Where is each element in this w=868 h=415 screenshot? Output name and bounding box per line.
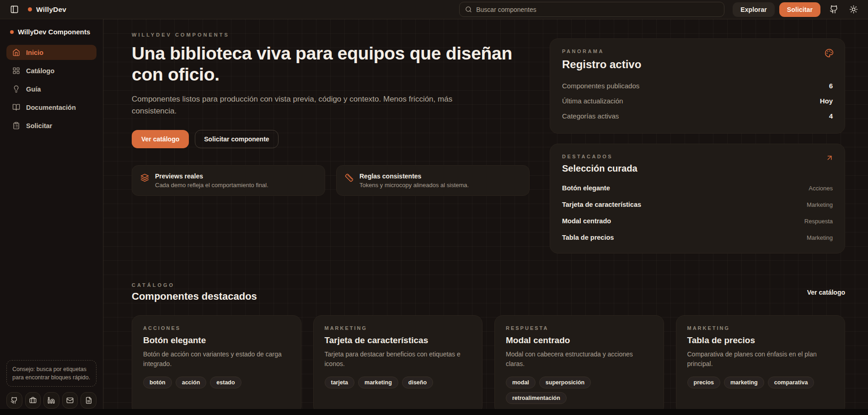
explore-button[interactable]: Explorar <box>733 2 775 17</box>
stat-label: Última actualización <box>562 97 623 105</box>
search-icon <box>465 6 472 13</box>
sidebar-item-guia[interactable]: Guía <box>6 81 96 97</box>
destacados-eyebrow: DESTACADOS <box>562 154 833 159</box>
stat-value: 4 <box>829 112 833 120</box>
hero: WILLYDEV COMPONENTS Una biblioteca viva … <box>132 32 530 253</box>
item-name: Botón elegante <box>562 184 610 192</box>
item-category: Marketing <box>807 234 833 241</box>
resume-button[interactable] <box>80 392 96 409</box>
github-icon <box>830 5 838 14</box>
tag-badge: comparativa <box>768 377 814 388</box>
file-text-icon <box>85 397 92 404</box>
stat-value: 6 <box>829 82 833 90</box>
tag-badge: modal <box>506 377 536 388</box>
hero-subtitle: Componentes listos para producción con v… <box>132 93 486 118</box>
home-icon <box>12 49 20 56</box>
destacados-link-button[interactable] <box>825 154 834 162</box>
catalog-title: Componentes destacados <box>132 291 257 302</box>
item-category: Respuesta <box>804 218 833 225</box>
stat-row: Componentes publicados 6 <box>562 78 833 93</box>
grid-icon <box>12 67 20 75</box>
item-category: Acciones <box>809 185 833 192</box>
list-item[interactable]: Modal centrado Respuesta <box>562 213 833 229</box>
destacados-title: Selección curada <box>562 163 833 174</box>
theme-toggle-button[interactable] <box>847 3 860 16</box>
tag-badge: acción <box>176 377 207 388</box>
item-category: Marketing <box>807 201 833 208</box>
mail-button[interactable] <box>62 392 78 409</box>
stat-row: Categorías activas 4 <box>562 108 833 124</box>
bottom-edge-strip <box>0 409 868 415</box>
item-name: Modal centrado <box>562 217 611 225</box>
component-card-modal-centrado[interactable]: RESPUESTA Modal centrado Modal con cabec… <box>494 315 664 415</box>
list-item[interactable]: Tarjeta de características Marketing <box>562 196 833 213</box>
sidebar-tip: Consejo: busca por etiquetas para encont… <box>6 360 96 387</box>
sidebar-item-label: Guía <box>26 86 41 93</box>
topbar-brand[interactable]: WillyDev <box>28 5 66 14</box>
card-title: Tarjeta de características <box>325 335 472 345</box>
panorama-eyebrow: PANORAMA <box>562 49 833 54</box>
catalog-link[interactable]: Ver catálogo <box>807 289 845 296</box>
component-card-tarjeta-caracteristicas[interactable]: MARKETING Tarjeta de características Tar… <box>313 315 483 415</box>
tag-badge: marketing <box>358 377 398 388</box>
request-button[interactable]: Solicitar <box>779 2 820 17</box>
sidebar-title: WillyDev Components <box>18 28 90 36</box>
item-name: Tabla de precios <box>562 234 614 241</box>
feature-card-reglas: Reglas consistentes Tokens y microcopy a… <box>336 165 530 196</box>
feature-title: Previews reales <box>155 172 268 180</box>
card-description: Tarjeta para destacar beneficios con eti… <box>325 350 472 369</box>
card-title: Botón elegante <box>143 335 290 345</box>
sidebar: WillyDev Components Inicio Catálogo Guía <box>0 19 103 415</box>
catalog-cards: ACCIONES Botón elegante Botón de acción … <box>132 315 845 415</box>
card-description: Modal con cabecera estructurada y accion… <box>506 350 653 369</box>
card-description: Botón de acción con variantes y estado d… <box>143 350 290 369</box>
ruler-icon <box>345 173 354 182</box>
tag-badge: marketing <box>724 377 764 388</box>
sidebar-footer-icons <box>6 392 96 409</box>
sidebar-brand-dot-icon <box>10 30 14 34</box>
briefcase-icon <box>29 397 37 404</box>
github-icon <box>11 397 18 404</box>
arrow-up-right-icon <box>825 154 834 162</box>
search-field[interactable] <box>476 6 718 13</box>
brand-name: WillyDev <box>36 5 66 14</box>
brand-dot-icon <box>28 7 32 11</box>
sidebar-item-label: Catálogo <box>26 67 54 75</box>
book-open-icon <box>12 103 20 111</box>
github-button[interactable] <box>6 392 22 409</box>
tag-badge: superposición <box>539 377 591 388</box>
card-category: MARKETING <box>325 325 472 331</box>
component-card-tabla-precios[interactable]: MARKETING Tabla de precios Comparativa d… <box>676 315 846 415</box>
sidebar-toggle-button[interactable] <box>8 3 21 16</box>
view-catalog-button[interactable]: Ver catálogo <box>132 130 189 148</box>
sidebar-item-catalogo[interactable]: Catálogo <box>6 63 96 78</box>
tag-badge: tarjeta <box>325 377 355 388</box>
card-title: Tabla de precios <box>687 335 834 345</box>
sidebar-item-inicio[interactable]: Inicio <box>6 45 96 60</box>
feature-title: Reglas consistentes <box>359 172 469 180</box>
panorama-panel: PANORAMA Registro activo Componentes pub… <box>550 38 845 134</box>
portfolio-button[interactable] <box>25 392 41 409</box>
sun-icon <box>849 5 858 14</box>
stat-value: Hoy <box>820 97 833 105</box>
linkedin-icon <box>48 397 55 404</box>
linkedin-button[interactable] <box>43 392 59 409</box>
list-item[interactable]: Botón elegante Acciones <box>562 180 833 196</box>
github-link-button[interactable] <box>828 3 840 16</box>
main-content: WILLYDEV COMPONENTS Una biblioteca viva … <box>103 19 868 415</box>
list-item[interactable]: Tabla de precios Marketing <box>562 229 833 246</box>
hero-eyebrow: WILLYDEV COMPONENTS <box>132 32 530 38</box>
sidebar-item-solicitar[interactable]: Solicitar <box>6 118 96 133</box>
sidebar-nav: Inicio Catálogo Guía Documentación <box>6 45 96 133</box>
search-input[interactable] <box>459 2 724 17</box>
card-category: RESPUESTA <box>506 325 653 331</box>
sidebar-item-label: Solicitar <box>26 122 52 129</box>
request-component-button[interactable]: Solicitar componente <box>195 130 278 148</box>
panorama-stats: Componentes publicados 6 Última actualiz… <box>562 78 833 124</box>
component-card-boton-elegante[interactable]: ACCIONES Botón elegante Botón de acción … <box>132 315 301 415</box>
sidebar-header: WillyDev Components <box>6 26 96 38</box>
sidebar-item-documentacion[interactable]: Documentación <box>6 100 96 115</box>
catalog-section: CATÁLOGO Componentes destacados Ver catá… <box>132 282 845 415</box>
card-title: Modal centrado <box>506 335 653 345</box>
panel-left-icon <box>10 5 19 14</box>
